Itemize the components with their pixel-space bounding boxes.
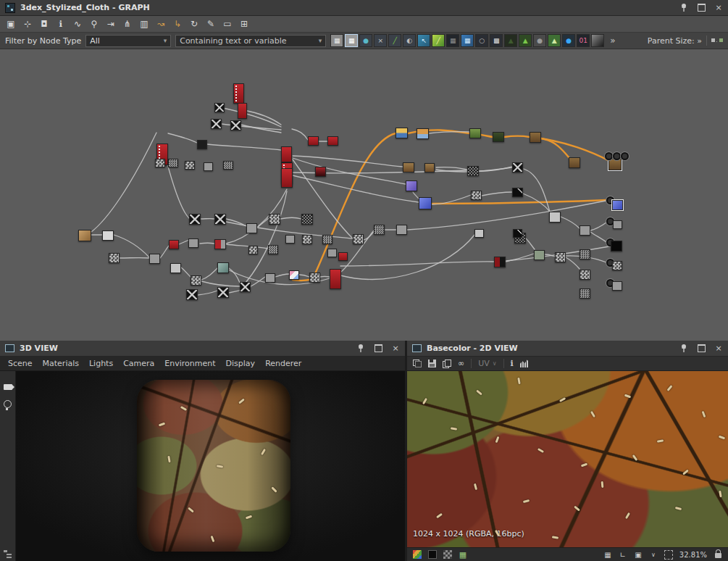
filter-gradient-icon[interactable]: ╱ xyxy=(432,34,445,47)
graph-node[interactable] xyxy=(248,246,258,254)
filter-image-alt-icon[interactable]: ▦ xyxy=(345,34,358,47)
pan-tool-icon[interactable]: ⊹ xyxy=(20,17,35,30)
graph-node[interactable] xyxy=(612,281,622,291)
graph-node[interactable] xyxy=(214,103,225,112)
search-icon[interactable]: ⚲ xyxy=(87,17,101,30)
graph-node[interactable] xyxy=(269,214,280,225)
graph-wire[interactable] xyxy=(566,257,580,269)
channels-grid-icon[interactable]: ▦ xyxy=(459,550,467,559)
graph-node[interactable] xyxy=(265,273,275,283)
graph-node[interactable] xyxy=(281,168,293,188)
filter-shuffle-icon[interactable]: × xyxy=(374,34,387,47)
filter-transform-icon[interactable]: ↖ xyxy=(417,34,430,47)
graph-wire[interactable] xyxy=(91,133,156,232)
filter-sphere-blue-icon[interactable]: ● xyxy=(562,34,575,47)
filter-text-icon[interactable]: 01 xyxy=(577,34,590,47)
histogram-icon[interactable] xyxy=(520,359,530,369)
uv-mode-dropdown[interactable]: UV ∨ xyxy=(478,359,496,368)
graph-node[interactable] xyxy=(338,252,348,261)
black-background-icon[interactable] xyxy=(428,550,437,559)
graph-wire[interactable] xyxy=(526,238,535,249)
graph-node[interactable] xyxy=(223,161,233,170)
graph-node[interactable] xyxy=(185,161,195,170)
graph-node[interactable] xyxy=(512,162,523,173)
info-icon[interactable]: ℹ xyxy=(511,359,514,369)
graph-node[interactable] xyxy=(233,83,244,104)
graph-wire[interactable] xyxy=(198,291,217,295)
graph-node[interactable] xyxy=(188,238,198,248)
menu-item-camera[interactable]: Camera xyxy=(118,359,159,368)
filter-gradient-axial-icon[interactable] xyxy=(591,34,604,47)
float-window-icon[interactable] xyxy=(697,4,706,12)
graph-wire[interactable] xyxy=(226,244,268,249)
graph-node[interactable] xyxy=(493,132,504,142)
pin-icon[interactable] xyxy=(356,344,365,353)
axes-toggle-icon[interactable]: ∟ xyxy=(619,550,627,559)
graph-wire[interactable] xyxy=(219,107,281,127)
menu-item-materials[interactable]: Materials xyxy=(38,359,84,368)
filter-overflow-chevron[interactable]: » xyxy=(610,36,615,46)
graph-wire[interactable] xyxy=(168,133,197,143)
graph-node[interactable] xyxy=(469,128,481,138)
menu-item-lights[interactable]: Lights xyxy=(84,359,118,368)
graph-node[interactable] xyxy=(327,249,337,257)
graph-wire[interactable] xyxy=(481,135,493,137)
parent-graph-icon[interactable] xyxy=(711,36,723,45)
filter-grid-dark-icon[interactable]: ▦ xyxy=(446,34,459,47)
graph-node[interactable] xyxy=(301,214,313,225)
float-window-icon[interactable] xyxy=(374,344,382,353)
graph-node[interactable] xyxy=(424,163,435,173)
compositing-connection-icon[interactable]: ↳ xyxy=(170,17,185,30)
graph-node[interactable] xyxy=(211,119,222,129)
texture-2d-view[interactable]: 1024 x 1024 (RGBA, 16bpc) xyxy=(407,371,728,547)
pin-icon[interactable] xyxy=(679,344,688,353)
graph-node[interactable] xyxy=(186,289,198,300)
frame-grid-icon[interactable]: ⊞ xyxy=(237,17,251,30)
graph-wire[interactable] xyxy=(241,125,281,133)
camera-icon[interactable] xyxy=(4,384,12,390)
filter-tree-icon[interactable]: ▲ xyxy=(519,34,532,47)
cloth-material-preview[interactable] xyxy=(137,380,290,552)
lock-icon[interactable] xyxy=(714,550,722,559)
filter-uv-grid-icon[interactable]: ▦ xyxy=(461,34,474,47)
graph-wire[interactable] xyxy=(340,262,494,266)
graph-wire[interactable] xyxy=(293,158,406,184)
graph-wire[interactable] xyxy=(299,275,309,277)
graph-wire[interactable] xyxy=(436,167,467,170)
graph-node[interactable] xyxy=(168,159,178,167)
graph-node[interactable] xyxy=(240,282,251,292)
graph-wire[interactable] xyxy=(293,156,403,167)
graph-node[interactable] xyxy=(512,188,523,197)
menu-item-scene[interactable]: Scene xyxy=(3,359,38,368)
graph-node[interactable] xyxy=(238,103,247,119)
zoom-level[interactable]: 32.81% xyxy=(679,551,707,559)
checker-background-icon[interactable] xyxy=(443,550,452,559)
pin-icon[interactable] xyxy=(679,4,688,12)
graph-node[interactable] xyxy=(169,240,179,249)
tiling-icon[interactable] xyxy=(664,550,673,559)
graph-wire[interactable] xyxy=(590,223,606,230)
graph-node[interactable] xyxy=(608,159,622,170)
filter-image-icon[interactable]: ▦ xyxy=(330,34,343,47)
graph-wire[interactable] xyxy=(201,268,217,280)
loop-icon[interactable]: ↻ xyxy=(187,17,201,30)
graph-node[interactable] xyxy=(191,275,201,286)
graph-node[interactable] xyxy=(308,136,319,146)
filter-mountain-icon[interactable]: ▲ xyxy=(548,34,561,47)
output-pin[interactable] xyxy=(613,152,621,160)
graph-wire[interactable] xyxy=(201,281,240,286)
graph-node[interactable] xyxy=(214,214,226,225)
graph-node[interactable] xyxy=(197,140,207,149)
graph-node[interactable] xyxy=(580,288,590,299)
graph-node[interactable] xyxy=(549,212,561,223)
filter-droplet-icon[interactable]: ● xyxy=(359,34,372,47)
graph-node[interactable] xyxy=(217,262,229,273)
menu-item-renderer[interactable]: Renderer xyxy=(260,359,306,368)
output-pin[interactable] xyxy=(621,152,629,160)
graph-node[interactable] xyxy=(281,146,292,162)
chevron-down-icon[interactable]: ∨ xyxy=(649,550,658,559)
graph-node[interactable] xyxy=(530,132,541,143)
graph-node[interactable] xyxy=(419,197,432,209)
comment-frame-icon[interactable]: ▭ xyxy=(220,17,235,30)
graph-wire[interactable] xyxy=(432,200,607,204)
